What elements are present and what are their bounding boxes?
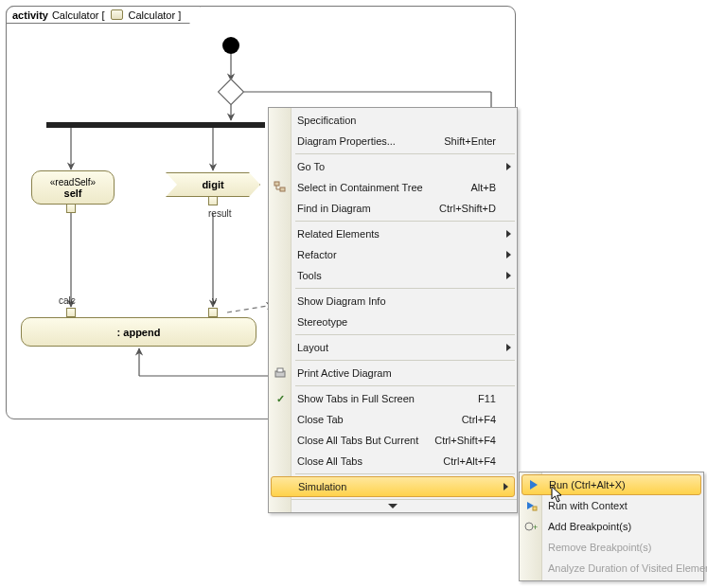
menu-item-select-tree[interactable]: Select in Containment TreeAlt+B [269,177,517,198]
submenu-arrow-icon [506,272,511,279]
diagram-title-left: Calculator [ [52,9,105,21]
menu-separator [295,360,515,361]
menu-separator [295,385,515,386]
menu-separator [295,473,515,474]
menu-scroll-down[interactable] [269,499,517,512]
submenu-item-analyze: Analyze Duration of Visited Elements [520,558,703,579]
menu-item-label: Layout [297,342,328,353]
submenu-item-remove-bp: Remove Breakpoint(s) [520,537,703,558]
fork-bar[interactable] [46,122,265,128]
menu-item-close-tab[interactable]: Close TabCtrl+F4 [269,409,517,430]
menu-item-print[interactable]: Print Active Diagram [269,363,517,383]
submenu-arrow-icon [506,163,511,170]
calculator-icon [111,9,123,20]
digit-parameter[interactable]: digit [166,172,260,197]
submenu-item-add-bp[interactable]: +Add Breakpoint(s) [520,516,703,537]
menu-item-layout[interactable]: Layout [269,337,517,358]
menu-item-label: Close All Tabs But Current [297,435,418,446]
menu-item-goto[interactable]: Go To [269,156,517,177]
menu-item-label: Select in Containment Tree [297,182,423,193]
svg-rect-11 [274,182,279,186]
menu-item-label: Go To [297,161,325,172]
menu-item-label: Diagram Properties... [297,135,396,147]
menu-item-label: Specification [297,115,356,126]
menu-item-label: Print Active Diagram [297,367,392,379]
submenu-item-label: Run with Context [548,500,627,511]
submenu-arrow-icon [506,230,511,238]
submenu-item-label: Analyze Duration of Visited Elements [548,562,707,574]
svg-line-10 [227,305,274,312]
menu-item-shortcut: Ctrl+Alt+F4 [443,455,496,467]
menu-item-shortcut: Ctrl+F4 [462,414,496,425]
append-v-pin[interactable] [208,308,218,317]
menu-item-show-diag-info[interactable]: Show Diagram Info [269,291,517,312]
menu-item-stereotype[interactable]: Stereotype [269,312,517,332]
digit-result-pin[interactable] [208,196,218,205]
simulation-submenu[interactable]: Run (Ctrl+Alt+X)Run with Context+Add Bre… [519,472,704,581]
menu-item-label: Close All Tabs [297,455,362,467]
menu-item-close-all[interactable]: Close All TabsCtrl+Alt+F4 [269,451,517,472]
menu-separator [295,153,515,154]
menu-item-related[interactable]: Related Elements [269,223,517,244]
readself-stereotype: «readSelf» [32,177,114,187]
initial-node[interactable] [222,37,239,54]
decision-node[interactable] [218,79,244,105]
svg-text:+: + [533,523,538,532]
submenu-item-label: Run (Ctrl+Alt+X) [549,479,626,490]
calc-pin-label: calc [59,295,76,306]
menu-item-label: Simulation [298,481,346,492]
menu-item-refactor[interactable]: Refactor [269,244,517,265]
menu-item-label: Tools [297,270,322,281]
menu-item-label: Refactor [297,249,337,260]
diagram-title-tab: activity Calculator [ Calculator ] [6,6,201,24]
readself-action[interactable]: «readSelf» self [31,170,115,205]
readself-name: self [32,187,114,199]
svg-rect-14 [277,368,283,372]
menu-separator [295,288,515,289]
runctx-icon [523,498,539,513]
menu-item-fulltabs[interactable]: ✓Show Tabs in Full ScreenF11 [269,388,517,409]
check-icon: ✓ [273,391,288,406]
menu-item-label: Find in Diagram [297,203,371,214]
tree-icon [273,180,288,195]
bpadd-icon: + [523,519,539,534]
menu-item-label: Close Tab [297,414,344,425]
menu-item-shortcut: Shift+Enter [444,135,496,147]
submenu-arrow-icon [504,483,508,490]
readself-output-pin[interactable] [66,204,76,213]
menu-item-label: Stereotype [297,316,347,328]
print-icon [273,365,288,381]
menu-item-label: Show Tabs in Full Screen [297,393,415,404]
diagram-title-right: Calculator ] [129,9,182,21]
menu-item-label: Show Diagram Info [297,295,386,307]
svg-rect-16 [533,507,537,510]
submenu-item-run[interactable]: Run (Ctrl+Alt+X) [521,474,701,495]
run-icon [526,477,541,492]
v-pin-label: v [212,295,217,306]
menu-item-diagram-properties[interactable]: Diagram Properties...Shift+Enter [269,131,517,151]
menu-item-find-in-diagram[interactable]: Find in DiagramCtrl+Shift+D [269,198,517,219]
menu-item-shortcut: Ctrl+Shift+D [439,203,496,214]
svg-point-17 [525,523,533,530]
append-label: : append [22,327,256,338]
diagram-keyword: activity [12,9,48,21]
submenu-item-label: Remove Breakpoint(s) [548,542,651,553]
menu-separator [295,221,515,222]
menu-item-shortcut: Ctrl+Shift+F4 [434,435,496,446]
result-pin-label: result [208,208,231,219]
svg-rect-12 [280,187,285,191]
menu-item-specification[interactable]: Specification [269,110,517,131]
menu-item-tools[interactable]: Tools [269,265,517,286]
context-menu[interactable]: SpecificationDiagram Properties...Shift+… [268,107,518,513]
submenu-arrow-icon [506,251,511,258]
append-action[interactable]: : append [21,317,256,347]
menu-item-label: Related Elements [297,228,380,240]
menu-separator [295,334,515,335]
menu-item-close-others[interactable]: Close All Tabs But CurrentCtrl+Shift+F4 [269,430,517,451]
submenu-item-run-context[interactable]: Run with Context [520,495,703,516]
menu-item-shortcut: Alt+B [470,182,496,193]
append-calc-pin[interactable] [66,308,76,317]
menu-item-shortcut: F11 [478,393,496,404]
menu-item-simulation[interactable]: Simulation [271,476,515,497]
submenu-arrow-icon [506,344,511,351]
